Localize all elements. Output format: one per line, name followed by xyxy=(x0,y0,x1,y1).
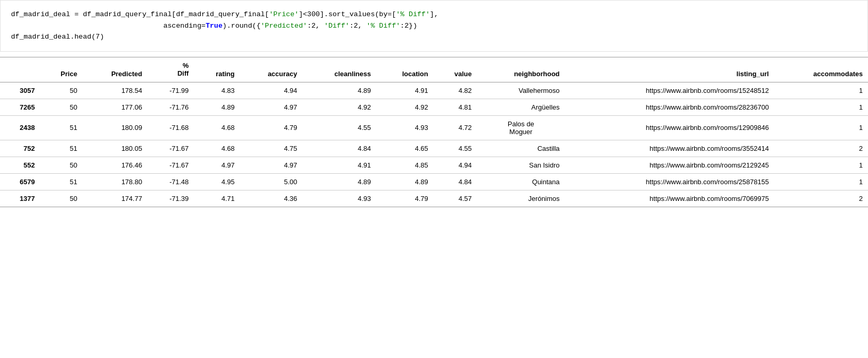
cell-accommodates: 1 xyxy=(774,99,868,115)
cell-cleanliness: 4.92 xyxy=(302,99,376,115)
col-header-location: location xyxy=(376,57,433,82)
table-section: Price Predicted %Diff rating accuracy cl… xyxy=(0,52,868,207)
cell-neighborhood: Argüelles xyxy=(477,99,565,115)
table-row: 726550177.06-71.764.894.974.924.924.81Ar… xyxy=(0,99,868,115)
cell-predicted: 178.80 xyxy=(83,173,147,190)
cell-pctdiff: -71.39 xyxy=(147,190,194,207)
code-line-1: df_madrid_deal = df_madrid_query_final[d… xyxy=(11,9,857,20)
col-header-accommodates: accommodates xyxy=(774,57,868,82)
col-header-price: Price xyxy=(40,57,83,82)
cell-accuracy: 4.97 xyxy=(240,99,302,115)
cell-location: 4.92 xyxy=(376,99,433,115)
cell-pctdiff: -71.99 xyxy=(147,82,194,99)
table-row: 243851180.09-71.684.684.794.554.934.72Pa… xyxy=(0,115,868,140)
col-header-pct-diff: %Diff xyxy=(147,57,194,82)
cell-accuracy: 4.36 xyxy=(240,190,302,207)
cell-listing_url: https://www.airbnb.com/rooms/12909846 xyxy=(565,115,775,140)
cell-rating: 4.68 xyxy=(194,140,240,157)
col-header-value: value xyxy=(433,57,477,82)
code-line-2: ascending=True).round({'Predicted':2, 'D… xyxy=(11,20,857,32)
cell-accommodates: 1 xyxy=(774,173,868,190)
cell-cleanliness: 4.93 xyxy=(302,190,376,207)
cell-price: 51 xyxy=(40,173,83,190)
cell-predicted: 178.54 xyxy=(83,82,147,99)
table-row: 55250176.46-71.674.974.974.914.854.94San… xyxy=(0,157,868,173)
cell-listing_url: https://www.airbnb.com/rooms/2129245 xyxy=(565,157,775,173)
cell-neighborhood: Jerónimos xyxy=(477,190,565,207)
cell-index: 3057 xyxy=(0,82,40,99)
cell-predicted: 177.06 xyxy=(83,99,147,115)
cell-accuracy: 4.79 xyxy=(240,115,302,140)
cell-price: 51 xyxy=(40,115,83,140)
cell-price: 50 xyxy=(40,157,83,173)
cell-listing_url: https://www.airbnb.com/rooms/3552414 xyxy=(565,140,775,157)
cell-accuracy: 4.94 xyxy=(240,82,302,99)
cell-accommodates: 1 xyxy=(774,115,868,140)
cell-rating: 4.95 xyxy=(194,173,240,190)
cell-neighborhood: Vallehermoso xyxy=(477,82,565,99)
cell-cleanliness: 4.84 xyxy=(302,140,376,157)
cell-location: 4.91 xyxy=(376,82,433,99)
cell-rating: 4.71 xyxy=(194,190,240,207)
cell-pctdiff: -71.68 xyxy=(147,115,194,140)
cell-index: 2438 xyxy=(0,115,40,140)
cell-neighborhood: Quintana xyxy=(477,173,565,190)
code-line-3: df_madrid_deal.head(7) xyxy=(11,31,857,43)
cell-value: 4.84 xyxy=(433,173,477,190)
col-header-cleanliness: cleanliness xyxy=(302,57,376,82)
cell-location: 4.89 xyxy=(376,173,433,190)
cell-neighborhood: Castilla xyxy=(477,140,565,157)
table-header-row: Price Predicted %Diff rating accuracy cl… xyxy=(0,57,868,82)
cell-predicted: 174.77 xyxy=(83,190,147,207)
cell-rating: 4.97 xyxy=(194,157,240,173)
cell-price: 50 xyxy=(40,99,83,115)
cell-location: 4.79 xyxy=(376,190,433,207)
cell-cleanliness: 4.89 xyxy=(302,173,376,190)
cell-index: 6579 xyxy=(0,173,40,190)
col-header-neighborhood: neighborhood xyxy=(477,57,565,82)
cell-rating: 4.68 xyxy=(194,115,240,140)
cell-value: 4.55 xyxy=(433,140,477,157)
cell-cleanliness: 4.91 xyxy=(302,157,376,173)
cell-index: 752 xyxy=(0,140,40,157)
cell-predicted: 180.09 xyxy=(83,115,147,140)
cell-pctdiff: -71.67 xyxy=(147,157,194,173)
cell-accommodates: 1 xyxy=(774,157,868,173)
cell-accommodates: 2 xyxy=(774,190,868,207)
cell-pctdiff: -71.76 xyxy=(147,99,194,115)
table-row: 75251180.05-71.674.684.754.844.654.55Cas… xyxy=(0,140,868,157)
code-block: df_madrid_deal = df_madrid_query_final[d… xyxy=(0,0,868,52)
cell-accuracy: 4.97 xyxy=(240,157,302,173)
cell-neighborhood: San Isidro xyxy=(477,157,565,173)
cell-accuracy: 5.00 xyxy=(240,173,302,190)
cell-index: 1377 xyxy=(0,190,40,207)
col-header-listing-url: listing_url xyxy=(565,57,775,82)
cell-predicted: 176.46 xyxy=(83,157,147,173)
cell-rating: 4.83 xyxy=(194,82,240,99)
cell-pctdiff: -71.48 xyxy=(147,173,194,190)
col-header-index xyxy=(0,57,40,82)
cell-cleanliness: 4.55 xyxy=(302,115,376,140)
cell-rating: 4.89 xyxy=(194,99,240,115)
cell-listing_url: https://www.airbnb.com/rooms/28236700 xyxy=(565,99,775,115)
cell-listing_url: https://www.airbnb.com/rooms/7069975 xyxy=(565,190,775,207)
cell-accommodates: 1 xyxy=(774,82,868,99)
cell-cleanliness: 4.89 xyxy=(302,82,376,99)
cell-price: 50 xyxy=(40,82,83,99)
cell-accuracy: 4.75 xyxy=(240,140,302,157)
cell-listing_url: https://www.airbnb.com/rooms/25878155 xyxy=(565,173,775,190)
cell-value: 4.81 xyxy=(433,99,477,115)
cell-value: 4.72 xyxy=(433,115,477,140)
data-table: Price Predicted %Diff rating accuracy cl… xyxy=(0,57,868,207)
cell-index: 7265 xyxy=(0,99,40,115)
cell-listing_url: https://www.airbnb.com/rooms/15248512 xyxy=(565,82,775,99)
cell-index: 552 xyxy=(0,157,40,173)
col-header-predicted: Predicted xyxy=(83,57,147,82)
table-row: 305750178.54-71.994.834.944.894.914.82Va… xyxy=(0,82,868,99)
cell-value: 4.94 xyxy=(433,157,477,173)
cell-price: 51 xyxy=(40,140,83,157)
table-row: 657951178.80-71.484.955.004.894.894.84Qu… xyxy=(0,173,868,190)
cell-price: 50 xyxy=(40,190,83,207)
table-row: 137750174.77-71.394.714.364.934.794.57Je… xyxy=(0,190,868,207)
col-header-rating: rating xyxy=(194,57,240,82)
